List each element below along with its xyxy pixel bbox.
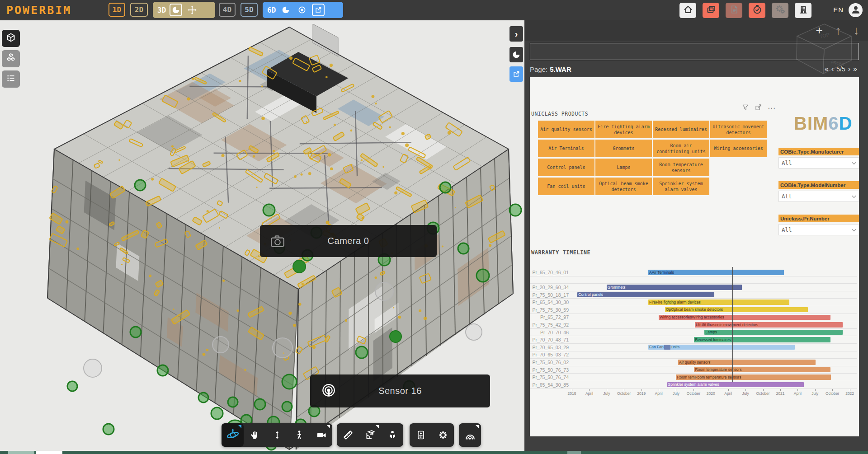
gantt-bar[interactable]: Air quality sensors bbox=[678, 360, 816, 365]
next-page-button[interactable]: › bbox=[848, 65, 850, 73]
product-filter-button[interactable]: Fan coil units bbox=[538, 178, 594, 195]
axis-tick-label: 2022 bbox=[845, 391, 854, 396]
bim6d-logo-part: D bbox=[839, 113, 853, 133]
external-link-icon[interactable] bbox=[312, 4, 325, 16]
report-button[interactable] bbox=[749, 3, 765, 18]
product-filter-button[interactable]: Grommets bbox=[595, 140, 652, 157]
home-icon bbox=[683, 4, 693, 17]
ruler-nav-button[interactable] bbox=[337, 423, 359, 447]
record-icon[interactable] bbox=[296, 4, 308, 16]
external-link-strip-button[interactable] bbox=[509, 66, 523, 82]
building-button[interactable] bbox=[795, 3, 811, 18]
elevation-nav-button[interactable] bbox=[266, 423, 288, 447]
section-nav-button[interactable] bbox=[359, 423, 381, 447]
more-options-icon[interactable]: ⋯ bbox=[768, 103, 775, 113]
user-icon bbox=[850, 4, 862, 17]
mode-5d-button[interactable]: 5D bbox=[241, 3, 258, 17]
add-view-button[interactable]: + bbox=[811, 22, 827, 38]
gantt-bar[interactable]: Lamps bbox=[704, 330, 843, 335]
mode-3d-group[interactable]: 3D bbox=[153, 2, 215, 18]
gantt-row: Pr_70_70_46Lamps bbox=[530, 329, 857, 337]
panel-nav-button[interactable] bbox=[410, 423, 432, 447]
gantt-row-label: Pr_75_50_76_74 bbox=[530, 374, 572, 380]
slicer-dropdown[interactable]: All bbox=[778, 224, 859, 235]
document-button[interactable] bbox=[726, 3, 742, 18]
filter-icon[interactable] bbox=[741, 103, 749, 113]
pie-chart-icon[interactable] bbox=[170, 4, 182, 16]
sensors-nav-button[interactable] bbox=[459, 423, 481, 447]
sensors-icon bbox=[464, 429, 476, 441]
slicer-dropdown[interactable]: All bbox=[778, 157, 859, 168]
gantt-bar[interactable]: AAir Terminals bbox=[648, 270, 784, 275]
mode-1d-button[interactable]: 1D bbox=[108, 3, 125, 17]
gantt-row: Pr_20_29_60_34Grommets bbox=[530, 284, 857, 291]
gantt-bar[interactable]: Room temperature sensors bbox=[694, 367, 830, 373]
gantt-bar[interactable]: FireFire fighting alarm devices bbox=[648, 300, 789, 305]
gantt-bar[interactable]: Recessed luminaires bbox=[694, 337, 830, 342]
pie-chart-icon[interactable] bbox=[279, 4, 292, 16]
axis-tick-label: July bbox=[811, 391, 818, 396]
product-filter-button[interactable]: Air Terminals bbox=[538, 140, 594, 157]
home-button[interactable] bbox=[679, 3, 696, 18]
explode-nav-button[interactable] bbox=[381, 423, 403, 447]
bottom-scrollbar[interactable] bbox=[0, 451, 868, 454]
axis-tick bbox=[763, 389, 764, 391]
orbit-nav-button[interactable] bbox=[222, 423, 244, 447]
pie-chart-strip-button[interactable] bbox=[509, 47, 523, 62]
product-filter-button[interactable]: Room temperature sensors bbox=[653, 159, 709, 176]
slicer-dropdown[interactable]: All bbox=[778, 191, 859, 202]
first-page-button[interactable]: « bbox=[825, 65, 829, 73]
gears-button[interactable] bbox=[772, 3, 788, 18]
product-filter-button[interactable]: Control panels bbox=[538, 159, 594, 176]
product-filter-button[interactable]: Recessed luminaires bbox=[653, 121, 709, 138]
panel-search-input[interactable] bbox=[530, 43, 859, 60]
gantt-bar[interactable]: Wiring accessoriesWiring accessories bbox=[659, 315, 830, 320]
camera-tooltip[interactable]: Camera 0 bbox=[260, 225, 437, 257]
panel-icon bbox=[415, 430, 426, 440]
mode-4d-button[interactable]: 4D bbox=[219, 3, 236, 17]
product-filter-button[interactable]: Fire fighting alarm devices bbox=[595, 121, 652, 138]
prev-page-button[interactable]: ‹ bbox=[831, 65, 834, 73]
gallery-button[interactable] bbox=[703, 3, 719, 18]
warranty-gantt-chart: Pr_65_70_46_01AAir TerminalsPr_20_29_60_… bbox=[530, 269, 857, 389]
gantt-bar[interactable]: Control panels bbox=[577, 292, 714, 298]
gantt-bar[interactable]: Sprinkler system alarm valves bbox=[667, 382, 804, 388]
language-selector[interactable]: EN bbox=[833, 6, 844, 14]
product-filter-button[interactable]: Ultrasonic movement detectors bbox=[710, 121, 767, 138]
arrow-up-button[interactable]: ↑ bbox=[830, 22, 846, 38]
axis-tick-label: October bbox=[617, 391, 631, 396]
mode-2d-button[interactable]: 2D bbox=[130, 3, 148, 17]
product-filter-button[interactable]: Optical beam smoke detectors bbox=[595, 178, 652, 195]
gantt-bar[interactable]: OpOptical beam smoke detectors bbox=[665, 307, 808, 313]
product-filter-button[interactable]: Air quality sensors bbox=[538, 121, 594, 138]
product-filter-button[interactable]: Lamps bbox=[595, 159, 652, 176]
list-tool-button[interactable] bbox=[2, 70, 20, 88]
gantt-row-label: Pr_65_54_30_85 bbox=[530, 382, 572, 388]
chevron-right-strip-button[interactable]: › bbox=[509, 26, 523, 42]
move-icon[interactable] bbox=[186, 4, 198, 16]
product-filter-button[interactable]: Wiring accessories bbox=[710, 140, 767, 157]
cube-tool-button[interactable] bbox=[2, 30, 20, 47]
video-camera-nav-button[interactable] bbox=[310, 423, 332, 447]
gantt-bar[interactable]: UltUltUltrasonic movement detectors bbox=[695, 322, 843, 328]
scrollbar-segment[interactable] bbox=[36, 451, 62, 454]
external-link-icon bbox=[512, 70, 520, 78]
gantt-bar-label: Wiring accessoriesWiring accessories bbox=[660, 315, 724, 319]
gantt-bar[interactable]: Room temRoom temperature sensors bbox=[676, 374, 831, 380]
last-page-button[interactable]: » bbox=[853, 65, 857, 73]
product-filter-button[interactable]: Sprinkler system alarm valves bbox=[653, 178, 709, 195]
scrollbar-segment[interactable] bbox=[8, 451, 34, 454]
bim6d-logo-part: 6 bbox=[828, 113, 839, 133]
walk-nav-button[interactable] bbox=[288, 423, 310, 447]
arrow-down-button[interactable]: ↓ bbox=[848, 22, 864, 38]
product-filter-button[interactable]: Room air conditioning units bbox=[653, 140, 709, 157]
hand-nav-button[interactable] bbox=[244, 423, 266, 447]
assembly-tool-button[interactable] bbox=[2, 50, 20, 67]
scrollbar-segment[interactable] bbox=[567, 451, 581, 454]
gantt-bar[interactable]: Grommets bbox=[607, 285, 742, 290]
gear-nav-button[interactable] bbox=[432, 423, 454, 447]
user-avatar[interactable] bbox=[849, 3, 863, 17]
mode-6d-group[interactable]: 6D bbox=[263, 2, 343, 18]
focus-mode-icon[interactable] bbox=[755, 103, 762, 113]
sensor-tooltip[interactable]: Sensor 16 bbox=[310, 374, 490, 407]
